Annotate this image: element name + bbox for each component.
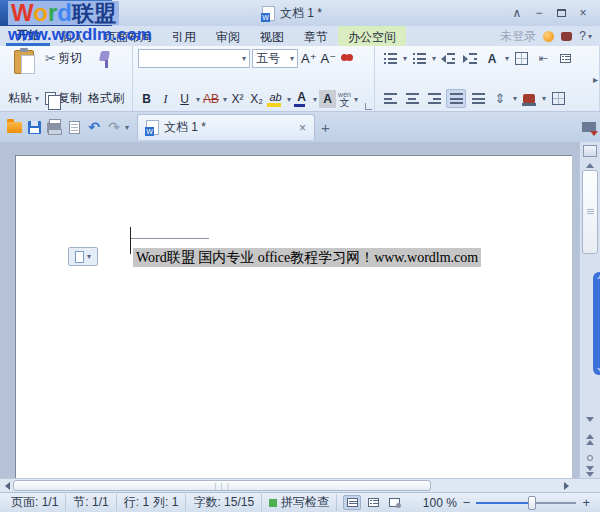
formatting-marks-button[interactable]: ⇤ [533,49,553,68]
font-size-combo[interactable]: 五号 ▾ [252,49,298,68]
task-pane-button[interactable] [555,49,575,68]
status-spell-check[interactable]: 拼写检查 [262,494,337,511]
tab-view[interactable]: 视图 [250,26,294,46]
font-name-combo[interactable]: ▾ [138,49,250,68]
numbering-button[interactable] [409,49,429,68]
highlight-button[interactable]: ab [267,90,284,108]
chevron-down-icon[interactable]: ▾ [287,95,291,104]
zoom-in-button[interactable]: + [582,495,590,510]
tab-list-icon[interactable] [582,122,596,132]
page-view-button[interactable] [343,495,361,510]
help-button[interactable]: ? ▾ [579,29,592,43]
status-line-column[interactable]: 行: 1 列: 1 [117,494,187,511]
chevron-down-icon[interactable]: ▾ [542,94,546,103]
text-scale-button[interactable]: A [482,49,502,68]
close-icon[interactable]: × [572,4,594,22]
insert-table-button[interactable] [511,49,531,68]
status-word-count[interactable]: 字数: 15/15 [186,494,262,511]
increase-indent-button[interactable] [460,49,480,68]
scroll-down-button[interactable] [580,412,600,427]
subscript-button[interactable]: X₂ [248,90,265,108]
tab-references[interactable]: 引用 [162,26,206,46]
chevron-down-icon[interactable]: ▾ [513,94,517,103]
redo-button[interactable]: ↷ [104,117,124,137]
ruler-toggle-icon[interactable] [583,145,597,157]
next-page-button[interactable] [580,464,600,478]
selected-document-text[interactable]: Word联盟 国内专业 office教程学习网！www.wordlm.com [133,248,481,267]
chevron-down-icon[interactable]: ▾ [505,54,509,63]
minimize-icon[interactable]: − [528,4,550,22]
font-dialog-launcher[interactable] [365,103,372,110]
scroll-right-button[interactable] [560,481,572,491]
copy-button[interactable]: 复制 [45,90,82,107]
distribute-button[interactable] [468,89,488,108]
document-workspace[interactable]: ▾ Word联盟 国内专业 office教程学习网！www.wordlm.com [0,142,600,478]
char-shading-button[interactable]: A [319,90,336,108]
chevron-down-icon[interactable]: ▾ [223,95,227,104]
shading-button[interactable] [519,89,539,108]
undo-button[interactable]: ↶ [84,117,104,137]
scroll-left-button[interactable] [1,481,13,491]
quick-access-dropdown[interactable]: ▾ [125,123,129,132]
web-view-button[interactable] [385,495,403,510]
scroll-position-bar[interactable] [593,272,600,375]
borders-button[interactable] [548,89,568,108]
document-tab[interactable]: 文档 1 * × [137,114,315,140]
decrease-indent-button[interactable] [438,49,458,68]
skin-icon[interactable] [561,32,572,41]
vertical-scrollbar[interactable] [579,142,600,478]
status-page[interactable]: 页面: 1/1 [4,494,66,511]
zoom-slider[interactable] [476,502,576,504]
collapse-ribbon-icon[interactable]: ∧ [506,4,528,22]
tab-section[interactable]: 章节 [294,26,338,46]
print-preview-button[interactable] [64,117,84,137]
select-browse-object-button[interactable] [580,450,600,465]
previous-page-button[interactable] [580,432,600,447]
open-button[interactable] [4,117,24,137]
cut-button[interactable]: ✂ 剪切 [45,50,82,67]
paste-options-button[interactable]: ▾ [68,247,98,266]
align-center-button[interactable] [402,89,422,108]
line-spacing-button[interactable]: ⇕ [490,89,510,108]
status-section[interactable]: 节: 1/1 [66,494,116,511]
underline-button[interactable]: U [176,90,193,108]
vertical-scroll-thumb[interactable] [582,170,598,254]
align-right-button[interactable] [424,89,444,108]
ribbon-more-button[interactable]: ▸ [593,73,598,84]
bold-button[interactable]: B [138,90,155,108]
horizontal-scroll-thumb[interactable]: | | | [13,480,431,491]
zoom-slider-handle[interactable] [528,496,536,510]
horizontal-scrollbar[interactable]: | | | [0,478,600,492]
tab-review[interactable]: 审阅 [206,26,250,46]
zoom-out-button[interactable]: − [463,495,471,510]
format-painter-button[interactable]: 格式刷 [85,49,127,108]
bullets-button[interactable] [380,49,400,68]
chevron-down-icon[interactable]: ▾ [354,95,358,104]
strikethrough-button[interactable]: AB [202,90,220,108]
chevron-down-icon[interactable]: ▾ [403,54,407,63]
close-tab-icon[interactable]: × [299,121,306,135]
outline-view-button[interactable] [364,495,382,510]
new-tab-button[interactable]: + [321,119,330,136]
chevron-down-icon[interactable]: ▾ [196,95,200,104]
save-button[interactable] [24,117,44,137]
chevron-down-icon[interactable]: ▾ [432,54,436,63]
tab-office-space[interactable]: 办公空间 [338,26,406,46]
superscript-button[interactable]: X² [229,90,246,108]
font-color-button[interactable]: A [293,90,310,108]
italic-button[interactable]: I [157,90,174,108]
maximize-icon[interactable] [550,4,572,22]
pinyin-guide-button[interactable]: wén 文 [338,91,351,108]
justify-button[interactable] [446,89,466,108]
grow-font-button[interactable]: A⁺ [300,50,318,68]
web-view-icon [389,498,400,507]
shrink-font-button[interactable]: A⁻ [320,50,338,68]
document-page[interactable]: ▾ Word联盟 国内专业 office教程学习网！www.wordlm.com [15,155,572,478]
text-effect-button[interactable] [339,50,356,68]
print-button[interactable] [44,117,64,137]
chevron-down-icon[interactable]: ▾ [313,95,317,104]
login-status[interactable]: 未登录 [500,28,536,45]
paste-button[interactable]: 粘贴▾ [5,49,42,108]
points-icon[interactable] [543,31,554,42]
align-left-button[interactable] [380,89,400,108]
